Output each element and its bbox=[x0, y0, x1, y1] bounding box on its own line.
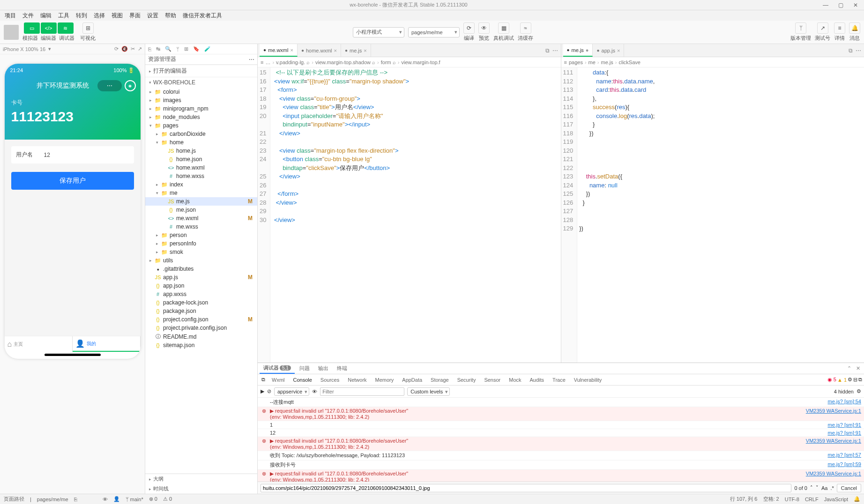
tree-item-me[interactable]: ▾📁me bbox=[145, 189, 257, 197]
devtools-expand-icon[interactable]: ⌃ bbox=[845, 365, 853, 371]
status-cursor[interactable]: 行 107, 列 6 bbox=[730, 496, 758, 503]
tree-item-README.md[interactable]: ⓘREADME.md bbox=[145, 332, 257, 341]
devtools-dock-icon[interactable]: ⊟ bbox=[853, 377, 857, 383]
open-editors-header[interactable]: 打开的编辑器 bbox=[153, 67, 187, 75]
tree-item-app.json[interactable]: {}app.json bbox=[145, 282, 257, 290]
tab-more-icon[interactable]: ⋯ bbox=[552, 47, 558, 54]
devtools-sub-Mock[interactable]: Mock bbox=[505, 376, 525, 384]
capsule-menu[interactable]: ⋯ bbox=[97, 80, 122, 91]
tab-me.wxml[interactable]: ●me.wxml× bbox=[260, 44, 298, 57]
tree-item-images[interactable]: ▸📁images bbox=[145, 96, 257, 104]
log-line[interactable]: 收到 Topic: /xlu/szy/borehole/message, Pay… bbox=[258, 451, 864, 460]
page-select[interactable]: pages/me/me bbox=[408, 27, 460, 37]
console-clear-icon[interactable]: ⊘ bbox=[267, 388, 271, 394]
devtools-sub-Security[interactable]: Security bbox=[454, 376, 480, 384]
tab-me.js[interactable]: ●me.js× bbox=[341, 44, 371, 57]
devtools-tab-问题[interactable]: 问题 bbox=[296, 363, 313, 373]
log-line[interactable]: 1me.js? [sm]:91 bbox=[258, 421, 864, 429]
menu-工具[interactable]: 工具 bbox=[55, 11, 72, 21]
project-header[interactable]: WX-BOREHOLE bbox=[153, 79, 195, 86]
status-bell-icon[interactable]: 🔔 bbox=[854, 496, 860, 502]
status-copy-icon[interactable]: ⎘ bbox=[74, 497, 77, 502]
menu-设置[interactable]: 设置 bbox=[144, 11, 161, 21]
devtools-tab-输出[interactable]: 输出 bbox=[314, 363, 332, 373]
menu-界面[interactable]: 界面 bbox=[127, 11, 143, 21]
open-file-icon[interactable]: ⎘ bbox=[148, 46, 151, 52]
tab-home[interactable]: ⌂主页 bbox=[5, 336, 73, 352]
goto-line-icon[interactable]: ↹ bbox=[156, 46, 160, 52]
log-line[interactable]: 接收到卡号me.js? [sm]:59 bbox=[258, 460, 864, 470]
avatar[interactable] bbox=[4, 25, 19, 40]
code-left[interactable]: 15161718192021222324252627282930 <!-- 以下… bbox=[258, 67, 561, 363]
bookmark-icon[interactable]: 🔖 bbox=[193, 46, 200, 52]
devtools-sub-Audits[interactable]: Audits bbox=[526, 376, 548, 384]
status-branch[interactable]: main* bbox=[130, 497, 143, 502]
menu-项目[interactable]: 项目 bbox=[2, 11, 19, 21]
tab-app.js[interactable]: ●app.js× bbox=[593, 44, 624, 57]
console-warn-count[interactable]: ▲ 1 bbox=[837, 377, 847, 383]
tree-item-app.wxss[interactable]: #app.wxss bbox=[145, 290, 257, 298]
devtools-tab-调试器[interactable]: 调试器5,1 bbox=[260, 363, 295, 374]
tree-item-smok[interactable]: ▸📁smok bbox=[145, 248, 257, 256]
cut-icon[interactable]: ✂ bbox=[131, 46, 135, 52]
menu-帮助[interactable]: 帮助 bbox=[162, 11, 179, 21]
visual-button[interactable]: ⊞ bbox=[82, 22, 94, 34]
log-line[interactable]: --连接mqttme.js? [sm]:54 bbox=[258, 398, 864, 407]
tree-item-carbonDioxide[interactable]: ▸📁carbonDioxide bbox=[145, 130, 257, 138]
console-gear-icon[interactable]: ⚙ bbox=[857, 388, 861, 394]
refresh-icon[interactable]: ⟳ bbox=[114, 46, 119, 52]
devtools-sub-Memory[interactable]: Memory bbox=[372, 376, 398, 384]
maximize-icon[interactable]: ▢ bbox=[836, 2, 845, 8]
tree-item-project.config.json[interactable]: {}project.config.jsonM bbox=[145, 315, 257, 324]
tab-home.wxml[interactable]: ●home.wxml× bbox=[298, 44, 341, 57]
status-pages[interactable]: pages/me/me bbox=[37, 497, 68, 502]
devtools-sub-Wxml[interactable]: Wxml bbox=[268, 376, 289, 384]
preview-button[interactable]: 👁 bbox=[478, 22, 490, 34]
log-line[interactable]: ⊗▶ request:fail invalid url "127.0.0.1:8… bbox=[258, 470, 864, 482]
log-line[interactable]: ⊗▶ request:fail invalid url "127.0.0.1:8… bbox=[258, 407, 864, 421]
tree-item-project.private.config.json[interactable]: {}project.private.config.json bbox=[145, 324, 257, 332]
tree-item-home.wxss[interactable]: #home.wxss bbox=[145, 172, 257, 180]
console-error-count[interactable]: ◉ 5 bbox=[827, 377, 836, 383]
tab-split-icon[interactable]: ⧉ bbox=[849, 47, 853, 54]
breadcrumb-right[interactable]: ≡ pages › me › me.js › clickSave bbox=[561, 57, 864, 67]
mode-select[interactable]: 小程序模式 bbox=[353, 27, 404, 37]
status-eol[interactable]: CRLF bbox=[805, 497, 819, 502]
devtools-sub-Storage[interactable]: Storage bbox=[427, 376, 453, 384]
detail-button[interactable]: ≡ bbox=[834, 22, 845, 34]
simulator-button[interactable]: ▭ bbox=[24, 22, 40, 34]
tree-item-miniprogram_npm[interactable]: ▸📁miniprogram_npm bbox=[145, 104, 257, 113]
log-line[interactable]: 12me.js? [sm]:91 bbox=[258, 429, 864, 437]
message-button[interactable]: 🔔 bbox=[849, 22, 860, 34]
outline-header[interactable]: ▸大纲 bbox=[145, 474, 257, 484]
remote-debug-button[interactable]: ▦ bbox=[498, 22, 509, 34]
status-err[interactable]: 0 bbox=[155, 496, 157, 502]
tree-item-me.json[interactable]: {}me.json bbox=[145, 206, 257, 214]
console-filter-input[interactable] bbox=[320, 387, 404, 396]
capsule-close[interactable]: ◉ bbox=[125, 80, 136, 91]
extensions-icon[interactable]: ⊞ bbox=[184, 46, 188, 52]
git-icon[interactable]: ᛘ bbox=[176, 46, 179, 52]
tree-item-node_modules[interactable]: ▸📁node_modules bbox=[145, 113, 257, 121]
minimize-icon[interactable]: — bbox=[821, 2, 830, 8]
debugger-button[interactable]: ≋ bbox=[58, 22, 74, 34]
username-row[interactable]: 用户名 12 bbox=[11, 146, 134, 163]
status-warn[interactable]: 0 bbox=[169, 496, 172, 502]
devtools-sub-Console[interactable]: Console bbox=[290, 376, 316, 384]
tree-item-home.wxml[interactable]: <>home.wxml bbox=[145, 163, 257, 172]
menu-转到[interactable]: 转到 bbox=[73, 11, 90, 21]
editor-button[interactable]: </> bbox=[41, 22, 57, 34]
tree-item-personInfo[interactable]: ▸📁personInfo bbox=[145, 239, 257, 248]
tree-item-app.js[interactable]: JSapp.jsM bbox=[145, 273, 257, 282]
menu-文件[interactable]: 文件 bbox=[20, 11, 37, 21]
status-lang[interactable]: JavaScript bbox=[824, 497, 848, 502]
devtools-close-icon[interactable]: ✕ bbox=[854, 365, 862, 371]
tree-item-me.wxss[interactable]: #me.wxss bbox=[145, 222, 257, 231]
testno-button[interactable]: ↗ bbox=[817, 22, 828, 34]
compile-button[interactable]: ⟳ bbox=[463, 22, 475, 34]
tree-item-index[interactable]: ▸📁index bbox=[145, 180, 257, 189]
inspect-icon[interactable]: ⧉ bbox=[260, 377, 267, 383]
tree-item-colorui[interactable]: ▸📁colorui bbox=[145, 88, 257, 96]
tab-me[interactable]: 👤我的 bbox=[73, 336, 141, 352]
tree-item-me.wxml[interactable]: <>me.wxmlM bbox=[145, 214, 257, 222]
